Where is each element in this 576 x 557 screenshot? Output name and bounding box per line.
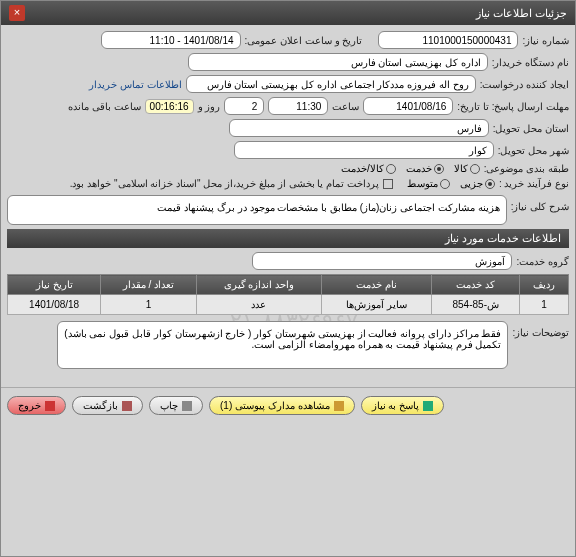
th-row: ردیف xyxy=(520,275,569,295)
class-label: طبقه بندی موضوعی: xyxy=(484,163,569,174)
th-name: نام خدمت xyxy=(322,275,432,295)
pay-checkbox[interactable] xyxy=(383,179,393,189)
service-group-label: گروه خدمت: xyxy=(516,256,569,267)
need-no-label: شماره نیاز: xyxy=(522,35,569,46)
buyer-field: اداره کل بهزیستی استان فارس xyxy=(188,53,488,71)
deadline-time-field: 11:30 xyxy=(268,97,328,115)
back-button[interactable]: بازگشت xyxy=(72,396,143,415)
print-icon xyxy=(182,401,192,411)
creator-label: ایجاد کننده درخواست: xyxy=(480,79,569,90)
service-group-field: آموزش xyxy=(252,252,512,270)
th-code: کد خدمت xyxy=(432,275,520,295)
proc-radio-group: جزیی متوسط xyxy=(407,178,495,189)
table-row: 1 ش-85-854 سایر آموزش‌ها عدد 1 1401/08/1… xyxy=(8,295,569,315)
proc-label: نوع فرآیند خرید : xyxy=(499,178,569,189)
announce-label: تاریخ و ساعت اعلان عمومی: xyxy=(245,35,363,46)
titlebar: جزئیات اطلاعات نیاز × xyxy=(1,1,575,25)
services-header: اطلاعات خدمات مورد نیاز xyxy=(7,229,569,248)
deadline-date-field: 1401/08/16 xyxy=(363,97,453,115)
radio-kala[interactable]: کالا xyxy=(454,163,480,174)
td-row: 1 xyxy=(520,295,569,315)
remain-label: ساعت باقی مانده xyxy=(68,101,141,112)
announce-field: 1401/08/14 - 11:10 xyxy=(101,31,241,49)
attachments-button[interactable]: مشاهده مدارک پیوستی (1) xyxy=(209,396,355,415)
radio-kala-service[interactable]: کالا/خدمت xyxy=(341,163,396,174)
td-qty: 1 xyxy=(101,295,196,315)
reply-button[interactable]: پاسخ به نیاز xyxy=(361,396,445,415)
creator-field: روح اله فیروزه مددکار اجتماعی اداره کل ب… xyxy=(186,75,476,93)
td-code: ش-85-854 xyxy=(432,295,520,315)
radio-medium[interactable]: متوسط xyxy=(407,178,450,189)
radio-tiny[interactable]: جزیی xyxy=(460,178,495,189)
th-unit: واحد اندازه گیری xyxy=(196,275,322,295)
desc-box: هزینه مشارکت اجتماعی زنان(ماز) مطابق با … xyxy=(7,195,507,225)
days-field: 2 xyxy=(224,97,264,115)
print-button[interactable]: چاپ xyxy=(149,396,203,415)
reply-icon xyxy=(423,401,433,411)
td-date: 1401/08/18 xyxy=(8,295,101,315)
contact-link[interactable]: اطلاعات تماس خریدار xyxy=(89,79,182,90)
city-label: شهر محل تحویل: xyxy=(498,145,569,156)
table-header-row: ردیف کد خدمت نام خدمت واحد اندازه گیری ت… xyxy=(8,275,569,295)
deadline-label: مهلت ارسال پاسخ: تا تاریخ: xyxy=(457,101,569,112)
need-no-field: 1101000150000431 xyxy=(378,31,518,49)
province-field: فارس xyxy=(229,119,489,137)
td-unit: عدد xyxy=(196,295,322,315)
exit-icon xyxy=(45,401,55,411)
attach-icon xyxy=(334,401,344,411)
radio-service[interactable]: خدمت xyxy=(406,163,444,174)
notes-box: فقط مراکز دارای پروانه فعالیت از بهزیستی… xyxy=(57,321,508,369)
details-window: جزئیات اطلاعات نیاز × شماره نیاز: 110100… xyxy=(0,0,576,557)
notes-label: توضیحات نیاز: xyxy=(512,321,569,338)
time-label: ساعت xyxy=(332,101,359,112)
footer-buttons: پاسخ به نیاز مشاهده مدارک پیوستی (1) چاپ… xyxy=(1,387,575,423)
th-date: تاریخ نیاز xyxy=(8,275,101,295)
pay-note: پرداخت تمام یا بخشی از مبلغ خرید،از محل … xyxy=(70,178,379,189)
buyer-label: نام دستگاه خریدار: xyxy=(492,57,569,68)
close-icon[interactable]: × xyxy=(9,5,25,21)
th-qty: تعداد / مقدار xyxy=(101,275,196,295)
td-name: سایر آموزش‌ها xyxy=(322,295,432,315)
countdown-box: 00:16:16 xyxy=(145,99,194,114)
back-icon xyxy=(122,401,132,411)
exit-button[interactable]: خروج xyxy=(7,396,66,415)
days-label: روز و xyxy=(198,101,221,112)
services-table: ردیف کد خدمت نام خدمت واحد اندازه گیری ت… xyxy=(7,274,569,315)
form-content: شماره نیاز: 1101000150000431 تاریخ و ساع… xyxy=(1,25,575,379)
city-field: کوار xyxy=(234,141,494,159)
window-title: جزئیات اطلاعات نیاز xyxy=(476,7,567,20)
desc-label: شرح کلی نیاز: xyxy=(511,195,569,212)
province-label: استان محل تحویل: xyxy=(493,123,569,134)
class-radio-group: کالا خدمت کالا/خدمت xyxy=(341,163,480,174)
